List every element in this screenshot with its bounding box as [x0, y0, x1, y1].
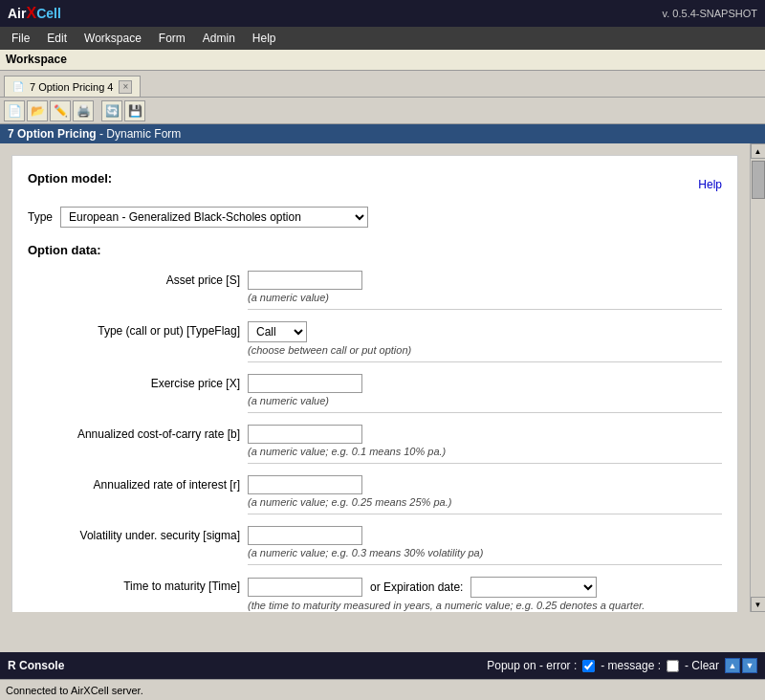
cost-of-carry-right: (a numeric value; e.g. 0.1 means 10% pa.… [248, 425, 722, 471]
asset-price-input[interactable] [248, 271, 362, 290]
scroll-up-arrow[interactable]: ▲ [751, 143, 766, 159]
main-content-area: Option model: Help Type European - Gener… [0, 143, 765, 612]
cost-of-carry-row: Annualized cost-of-carry rate [b] (a num… [28, 425, 722, 471]
option-data-section: Option data: Asset price [S] (a numeric … [28, 243, 722, 612]
workspace-label: Workspace [6, 53, 67, 66]
toolbar-new-button[interactable]: 📄 [4, 100, 25, 121]
tab-label: 7 Option Pricing 4 [30, 81, 113, 93]
time-to-maturity-input[interactable] [248, 578, 362, 597]
tab-bar: 📄 7 Option Pricing 4 × [0, 71, 765, 98]
form-title-light: - Dynamic Form [97, 127, 182, 141]
volatility-label: Volatility under. security [sigma] [28, 526, 248, 542]
rate-of-interest-right: (a numeric value; e.g. 0.25 means 25% pa… [248, 475, 722, 522]
form-container: Option model: Help Type European - Gener… [11, 155, 738, 612]
cost-of-carry-hint: (a numeric value; e.g. 0.1 means 10% pa.… [248, 446, 722, 464]
type-select[interactable]: European - Generalized Black-Scholes opt… [61, 208, 367, 227]
asset-price-row: Asset price [S] (a numeric value) [28, 271, 722, 317]
volatility-right: (a numeric value; e.g. 0.3 means 30% vol… [248, 526, 722, 573]
option-model-section: Option model: Help Type European - Gener… [28, 171, 722, 228]
asset-price-label: Asset price [S] [28, 271, 248, 287]
typeflag-row: Type (call or put) [TypeFlag] Call Put (… [28, 321, 722, 370]
app-version: v. 0.5.4-SNAPSHOT [663, 8, 757, 19]
expiration-date-label: or Expiration date: [370, 580, 463, 594]
menu-workspace[interactable]: Workspace [76, 30, 149, 47]
type-select-wrapper[interactable]: European - Generalized Black-Scholes opt… [60, 207, 368, 228]
toolbar-save-button[interactable]: 💾 [124, 100, 145, 121]
rate-of-interest-row: Annualized rate of interest [r] (a numer… [28, 475, 722, 522]
workspace-bar: Workspace [0, 50, 765, 71]
menu-form[interactable]: Form [151, 30, 193, 47]
scroll-down-arrow[interactable]: ▼ [751, 597, 766, 612]
time-to-maturity-label: Time to maturity [Time] [28, 577, 248, 593]
toolbar-edit-button[interactable]: ✏️ [50, 100, 71, 121]
option-model-title: Option model: [28, 171, 112, 186]
scrollbar[interactable]: ▲ ▼ [750, 143, 765, 612]
volatility-input[interactable] [248, 526, 362, 545]
cost-of-carry-label: Annualized cost-of-carry rate [b] [28, 425, 248, 441]
expiration-date-select[interactable] [471, 578, 596, 597]
form-title-bar: 7 Option Pricing - Dynamic Form [0, 124, 765, 143]
toolbar: 📄 📂 ✏️ 🖨️ 🔄 💾 [0, 98, 765, 124]
menu-edit[interactable]: Edit [39, 30, 75, 47]
volatility-row: Volatility under. security [sigma] (a nu… [28, 526, 722, 573]
volatility-hint: (a numeric value; e.g. 0.3 means 30% vol… [248, 547, 722, 565]
rate-of-interest-input[interactable] [248, 475, 362, 494]
exercise-price-hint: (a numeric value) [248, 395, 722, 413]
typeflag-label: Type (call or put) [TypeFlag] [28, 321, 248, 338]
tab-option-pricing[interactable]: 📄 7 Option Pricing 4 × [4, 76, 141, 97]
toolbar-refresh-button[interactable]: 🔄 [101, 100, 122, 121]
tab-icon: 📄 [12, 81, 24, 92]
asset-price-right: (a numeric value) [248, 271, 722, 317]
time-to-maturity-row: Time to maturity [Time] or Expiration da… [28, 577, 722, 612]
option-data-title: Option data: [28, 243, 722, 257]
expiration-select-wrapper[interactable] [470, 577, 597, 598]
time-to-maturity-right: or Expiration date: (the time to maturit… [248, 577, 722, 612]
toolbar-print-button[interactable]: 🖨️ [73, 100, 94, 121]
titlebar: AirXCell v. 0.5.4-SNAPSHOT [0, 0, 765, 27]
cost-of-carry-input[interactable] [248, 425, 362, 444]
tab-close-button[interactable]: × [119, 80, 132, 94]
exercise-price-row: Exercise price [X] (a numeric value) [28, 374, 722, 421]
toolbar-open-button[interactable]: 📂 [27, 100, 48, 121]
scroll-thumb[interactable] [752, 161, 765, 199]
type-label: Type [28, 210, 53, 224]
rate-of-interest-label: Annualized rate of interest [r] [28, 475, 248, 492]
menu-file[interactable]: File [4, 30, 37, 47]
exercise-price-label: Exercise price [X] [28, 374, 248, 390]
exercise-price-input[interactable] [248, 374, 362, 393]
time-to-maturity-hint: (the time to maturity measured in years,… [248, 598, 722, 612]
menu-admin[interactable]: Admin [195, 30, 243, 47]
typeflag-hint: (choose between call or put option) [248, 344, 722, 362]
typeflag-select-wrapper[interactable]: Call Put [248, 321, 307, 342]
menubar: File Edit Workspace Form Admin Help [0, 27, 765, 50]
app-logo: AirXCell [8, 5, 61, 22]
form-scroll-area[interactable]: Option model: Help Type European - Gener… [0, 143, 750, 612]
form-title-bold: 7 Option Pricing [8, 127, 97, 141]
exercise-price-right: (a numeric value) [248, 374, 722, 421]
typeflag-select[interactable]: Call Put [249, 322, 306, 341]
asset-price-hint: (a numeric value) [248, 292, 722, 310]
menu-help[interactable]: Help [245, 30, 284, 47]
help-link[interactable]: Help [698, 178, 722, 191]
rate-of-interest-hint: (a numeric value; e.g. 0.25 means 25% pa… [248, 496, 722, 514]
typeflag-right: Call Put (choose between call or put opt… [248, 321, 722, 370]
type-row: Type European - Generalized Black-Schole… [28, 207, 722, 228]
